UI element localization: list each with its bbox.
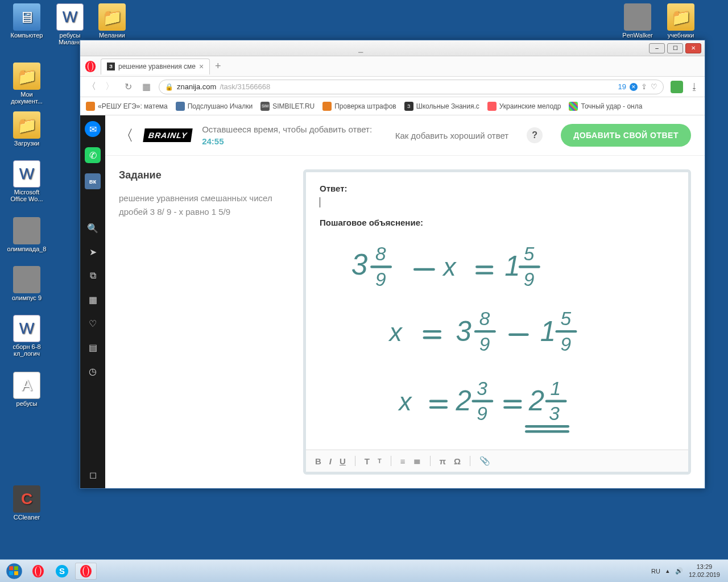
- answer-box: Ответ: Пошаговое объяснение: 3 8 9: [303, 169, 691, 475]
- tray-chevron-icon[interactable]: ▴: [666, 567, 669, 575]
- task-column: Задание решение уравнения смешанных чисе…: [119, 169, 289, 475]
- desktop-icon-word[interactable]: Wсборн 6-8 кл_логич: [6, 315, 48, 357]
- icon-label: олимпиада_8: [6, 246, 48, 252]
- minimize-button[interactable]: –: [649, 43, 665, 53]
- extension-icon[interactable]: [671, 81, 683, 93]
- italic-icon[interactable]: I: [329, 456, 332, 466]
- textsize-small-icon[interactable]: T: [378, 458, 382, 464]
- address-bar[interactable]: 🔒 znanija.com/task/31566668 19 ✕ ⇪ ♡: [159, 80, 664, 94]
- icon-label: сборн 6-8 кл_логич: [6, 343, 48, 357]
- desktop-icon-file[interactable]: олимпус 9: [6, 266, 48, 301]
- back-chevron-icon[interactable]: 〈: [119, 126, 134, 146]
- icon-label: Мои документ...: [6, 91, 48, 105]
- tray-clock[interactable]: 13:29 12.02.2019: [689, 563, 720, 578]
- svg-text:S: S: [59, 566, 65, 576]
- taskbar-app-opera[interactable]: [27, 563, 49, 580]
- svg-text:9: 9: [560, 333, 571, 354]
- svg-text:x: x: [398, 388, 412, 415]
- bullet-list-icon[interactable]: ≣: [413, 456, 421, 466]
- bookmark-item[interactable]: SIMSIMBILET.RU: [260, 102, 315, 111]
- bookmark-item[interactable]: Подслушано Ичалки: [176, 102, 253, 111]
- window-titlebar[interactable]: ⎯ – ☐ ✕: [80, 40, 705, 56]
- speed-dial-button[interactable]: ▦: [140, 81, 152, 92]
- icon-label: ребусы: [6, 400, 48, 407]
- desktop-icon-word[interactable]: Wребусы Милане: [49, 3, 91, 45]
- system-tray: RU ▴ 🔊 13:29 12.02.2019: [651, 563, 725, 578]
- timer-value: 24:55: [202, 136, 224, 146]
- omega-icon[interactable]: Ω: [454, 456, 461, 466]
- tab-title: решение уравнения сме: [118, 63, 196, 70]
- desktop-icon-folder[interactable]: 📁Мелании: [91, 3, 133, 39]
- maximize-button[interactable]: ☐: [667, 43, 683, 53]
- collapse-icon[interactable]: ◻: [86, 468, 100, 481]
- send-icon[interactable]: ➤: [86, 245, 100, 259]
- whatsapp-icon[interactable]: ✆: [85, 147, 101, 163]
- desktop-icon-file[interactable]: Aребусы: [6, 372, 48, 407]
- desktop-icon-penwalker[interactable]: PenWalker: [617, 3, 659, 39]
- svg-point-49: [36, 566, 40, 576]
- desktop-icon-documents[interactable]: 📁Мои документ...: [6, 63, 48, 105]
- svg-text:1: 1: [540, 316, 556, 347]
- opera-logo[interactable]: [80, 56, 101, 77]
- bookmark-item[interactable]: «РЕШУ ЕГЭ»: матема: [86, 102, 168, 111]
- desktop-icon-ccleaner[interactable]: CCCleaner: [6, 485, 48, 521]
- svg-text:3: 3: [549, 403, 560, 424]
- desktop-icon-file[interactable]: олимпиада_8: [6, 217, 48, 252]
- svg-text:9: 9: [477, 403, 487, 424]
- brainly-logo[interactable]: BRAINLY: [143, 128, 193, 142]
- close-button[interactable]: ✕: [685, 43, 701, 53]
- add-answer-button[interactable]: ДОБАВИТЬ СВОЙ ОТВЕТ: [561, 124, 691, 147]
- answer-editor[interactable]: Ответ: Пошаговое объяснение: 3 8 9: [306, 172, 688, 450]
- messenger-icon[interactable]: ✉: [85, 121, 101, 137]
- heart-icon[interactable]: ♡: [86, 317, 100, 330]
- svg-rect-44: [14, 566, 18, 570]
- icon-label: Компьютер: [6, 32, 48, 39]
- desktop-icon-downloads[interactable]: 📁Загрузки: [6, 111, 48, 147]
- bookmark-item[interactable]: ЗШкольные Знания.c: [404, 102, 479, 111]
- tray-volume-icon[interactable]: 🔊: [675, 567, 683, 575]
- taskbar-app-opera-active[interactable]: [75, 563, 97, 580]
- icon-label: олимпус 9: [6, 294, 48, 301]
- bold-icon[interactable]: B: [315, 456, 321, 466]
- pi-icon[interactable]: π: [440, 456, 446, 466]
- taskbar: S RU ▴ 🔊 13:29 12.02.2019: [0, 559, 728, 582]
- new-tab-button[interactable]: +: [210, 59, 226, 74]
- opera-sidebar: ✉ ✆ вк 🔍 ➤ ⧉ ▦ ♡ ▤ ◷ ◻: [80, 115, 105, 488]
- reload-button[interactable]: ↻: [122, 81, 134, 92]
- underline-icon[interactable]: U: [340, 456, 346, 466]
- forward-button[interactable]: 〉: [104, 81, 115, 93]
- help-icon[interactable]: ?: [527, 127, 543, 143]
- handwritten-solution: 3 8 9 x 1 5 9: [320, 236, 675, 450]
- start-button[interactable]: [3, 563, 25, 580]
- numbered-list-icon[interactable]: ≡: [400, 456, 406, 466]
- taskbar-app-skype[interactable]: S: [51, 563, 73, 580]
- lock-icon: 🔒: [165, 83, 173, 91]
- history-icon[interactable]: ◷: [86, 364, 100, 378]
- bookmark-item[interactable]: Украинские мелодр: [487, 102, 561, 111]
- close-tab-icon[interactable]: ×: [199, 62, 204, 71]
- menu-icon[interactable]: ⎯: [358, 44, 363, 53]
- heart-icon[interactable]: ♡: [651, 82, 657, 91]
- vk-icon[interactable]: вк: [85, 173, 101, 189]
- back-button[interactable]: 〈: [86, 81, 97, 93]
- blocker-icon[interactable]: ✕: [630, 83, 638, 91]
- url-host: znanija.com: [177, 82, 216, 91]
- snapshot-icon[interactable]: ⧉: [86, 269, 100, 282]
- desktop-icon-folder[interactable]: 📁учебники: [660, 3, 702, 39]
- news-icon[interactable]: ▤: [86, 340, 100, 354]
- desktop-icon-computer[interactable]: 🖥Компьютер: [6, 3, 48, 39]
- svg-text:9: 9: [375, 269, 386, 290]
- bookmark-item[interactable]: Точный удар - онла: [569, 102, 642, 111]
- bookmark-item[interactable]: Проверка штрафов: [322, 102, 396, 111]
- browser-tab[interactable]: З решение уравнения сме ×: [101, 59, 210, 74]
- desktop-icon-word[interactable]: WMicrosoft Office Wo...: [6, 160, 48, 202]
- search-icon[interactable]: 🔍: [86, 221, 100, 235]
- tray-language[interactable]: RU: [651, 568, 660, 575]
- svg-rect-43: [9, 566, 13, 570]
- attachment-icon[interactable]: 📎: [479, 456, 490, 466]
- textsize-large-icon[interactable]: T: [365, 456, 370, 466]
- answer-label: Ответ:: [320, 184, 675, 193]
- speed-dial-icon[interactable]: ▦: [86, 293, 100, 306]
- download-icon[interactable]: ⭳: [690, 82, 699, 92]
- share-icon[interactable]: ⇪: [641, 82, 647, 91]
